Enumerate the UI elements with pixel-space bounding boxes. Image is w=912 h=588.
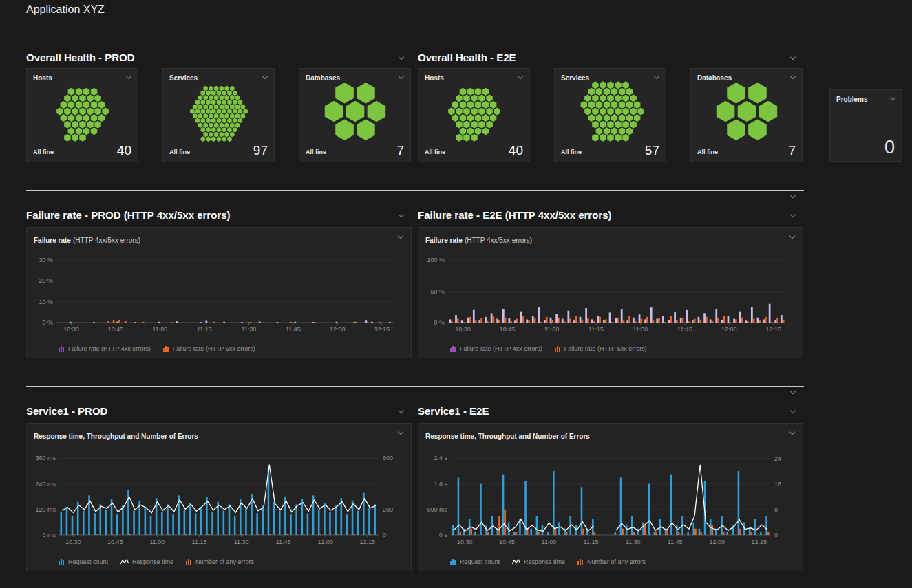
health-tile-databases-prod[interactable]: Databases All fine 7 — [299, 68, 411, 162]
chevron-down-icon[interactable] — [889, 95, 898, 101]
svg-text:12:15: 12:15 — [359, 538, 375, 545]
page-title: Application XYZ — [26, 3, 105, 16]
legend-item[interactable]: Response time — [512, 558, 565, 565]
section-divider — [26, 190, 804, 191]
chart-title-group: Failure rate(HTTP 4xx/5xx errors) — [34, 233, 140, 246]
svg-text:2.4 s: 2.4 s — [434, 455, 447, 461]
tile-status: All fine — [425, 149, 445, 155]
legend-label: Failure rate (HTTP 4xx errors) — [68, 345, 151, 352]
chevron-down-icon[interactable] — [789, 429, 797, 435]
chevron-down-icon[interactable] — [789, 74, 798, 80]
chevron-down-icon[interactable] — [789, 233, 797, 239]
svg-text:20 %: 20 % — [39, 277, 53, 284]
honeycomb-chart[interactable] — [317, 80, 394, 143]
chart-title-group: Response time, Throughput and Number of … — [425, 429, 590, 442]
tile-title: Problems — [836, 96, 868, 103]
section-title-service-prod: Service1 - PROD — [26, 405, 107, 417]
section-title-failure-prod: Failure rate - PROD (HTTP 4xx/5xx errors… — [26, 209, 231, 221]
service-e2e-chart[interactable]: 2.4 s1.6 s800 ms0 s24168010:3010:4511:00… — [422, 444, 794, 547]
failure-prod-chart[interactable]: 30 %20 %10 %0 %10:3010:4511:0011:1511:30… — [30, 248, 402, 335]
svg-text:0: 0 — [774, 532, 778, 538]
chevron-down-icon[interactable] — [653, 74, 661, 80]
chart-title: Failure rate — [425, 237, 463, 244]
chevron-down-icon[interactable] — [398, 54, 406, 61]
bar-series-icon — [59, 559, 65, 565]
legend-item[interactable]: Request count — [59, 558, 108, 565]
legend-label: Number of any errors — [587, 558, 646, 565]
chevron-down-icon[interactable] — [789, 54, 798, 61]
health-tile-services-prod[interactable]: Services All fine 97 — [162, 68, 275, 162]
legend-label: Failure rate (HTTP 5xx errors) — [173, 345, 255, 352]
svg-text:11:00: 11:00 — [542, 538, 557, 545]
health-tile-hosts-prod[interactable]: Hosts All fine 40 — [26, 68, 138, 162]
svg-text:10:45: 10:45 — [108, 326, 124, 333]
bar-series-icon — [163, 346, 170, 352]
svg-text:800 ms: 800 ms — [427, 506, 447, 513]
chevron-down-icon[interactable] — [789, 193, 798, 199]
legend-item[interactable]: Failure rate (HTTP 4xx errors) — [450, 345, 542, 352]
legend-item[interactable]: Number of any errors — [577, 558, 646, 565]
chevron-down-icon[interactable] — [789, 408, 798, 414]
chart-title-suffix: (HTTP 4xx/5xx errors) — [73, 237, 140, 244]
svg-text:11:30: 11:30 — [241, 326, 256, 333]
chart-title: Failure rate — [34, 237, 71, 244]
problems-count: 0 — [884, 137, 895, 158]
chevron-down-icon[interactable] — [397, 429, 405, 435]
chevron-down-icon[interactable] — [125, 74, 134, 80]
chevron-down-icon[interactable] — [789, 212, 798, 218]
tile-count: 7 — [788, 143, 796, 158]
svg-text:12:00: 12:00 — [317, 538, 333, 545]
svg-text:11:45: 11:45 — [677, 326, 692, 333]
svg-text:0 %: 0 % — [434, 319, 445, 326]
chevron-down-icon[interactable] — [398, 212, 406, 218]
svg-text:0: 0 — [383, 532, 386, 538]
health-tile-services-e2e[interactable]: Services All fine 57 — [554, 68, 666, 162]
chevron-down-icon[interactable] — [789, 389, 798, 395]
svg-text:11:15: 11:15 — [588, 326, 604, 333]
honeycomb-chart[interactable] — [436, 80, 513, 143]
legend-item[interactable]: Number of any errors — [186, 558, 254, 565]
svg-text:12:15: 12:15 — [374, 326, 390, 333]
legend-item[interactable]: Response time — [120, 558, 173, 565]
legend-item[interactable]: Failure rate (HTTP 5xx errors) — [555, 345, 647, 352]
section-title-failure-e2e: Failure rate - E2E (HTTP 4xx/5xx errors) — [418, 209, 612, 221]
svg-text:11:15: 11:15 — [197, 326, 212, 333]
svg-text:1.6 s: 1.6 s — [434, 481, 447, 488]
svg-text:11:00: 11:00 — [153, 326, 168, 333]
chevron-down-icon[interactable] — [262, 74, 270, 80]
svg-text:11:00: 11:00 — [150, 538, 165, 545]
problems-tile[interactable]: Problems 0 — [829, 89, 902, 162]
chevron-down-icon[interactable] — [397, 233, 405, 239]
svg-text:11:30: 11:30 — [234, 538, 249, 545]
section-header-failure-prod: Failure rate - PROD (HTTP 4xx/5xx errors… — [26, 208, 406, 221]
honeycomb-chart[interactable] — [180, 80, 257, 143]
legend-item[interactable]: Request count — [450, 558, 500, 565]
chart-title-group: Failure rate(HTTP 4xx/5xx errors) — [425, 233, 532, 246]
svg-text:100 %: 100 % — [427, 257, 445, 263]
honeycomb-chart[interactable] — [708, 80, 785, 143]
legend-item[interactable]: Failure rate (HTTP 5xx errors) — [163, 345, 255, 352]
tile-count: 7 — [396, 143, 404, 158]
chevron-down-icon[interactable] — [398, 408, 406, 414]
legend-item[interactable]: Failure rate (HTTP 4xx errors) — [59, 345, 151, 352]
service-prod-chart[interactable]: 360 ms240 ms120 ms0 ms600200010:3010:451… — [30, 444, 402, 547]
svg-text:8: 8 — [774, 506, 778, 513]
svg-text:600: 600 — [383, 455, 393, 461]
legend-label: Response time — [132, 558, 173, 565]
health-tile-databases-e2e[interactable]: Databases All fine 7 — [690, 68, 803, 162]
section-header-health-prod: Overall Health - PROD — [26, 50, 406, 64]
svg-text:12:00: 12:00 — [721, 326, 737, 333]
svg-text:11:45: 11:45 — [276, 538, 291, 545]
svg-text:0 ms: 0 ms — [42, 532, 56, 538]
chart-tile-header: Failure rate(HTTP 4xx/5xx errors) — [418, 228, 803, 248]
failure-e2e-chart[interactable]: 100 %50 %0 %10:3010:4511:0011:1511:3011:… — [422, 248, 794, 335]
honeycomb-chart[interactable] — [44, 80, 121, 143]
chevron-down-icon[interactable] — [398, 74, 406, 80]
svg-text:11:15: 11:15 — [584, 538, 599, 545]
svg-text:10 %: 10 % — [39, 298, 53, 305]
chart-legend: Failure rate (HTTP 4xx errors)Failure ra… — [450, 345, 647, 352]
chevron-down-icon[interactable] — [517, 74, 525, 80]
legend-label: Response time — [524, 558, 565, 565]
health-tile-hosts-e2e[interactable]: Hosts All fine 40 — [418, 68, 530, 162]
honeycomb-chart[interactable] — [572, 80, 649, 143]
